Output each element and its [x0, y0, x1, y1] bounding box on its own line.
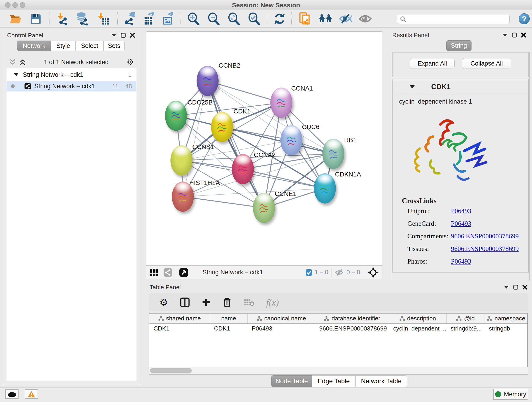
crosslink-link[interactable]: P06493: [451, 207, 471, 215]
close-panel-icon[interactable]: [130, 33, 135, 38]
grid-view-icon[interactable]: [150, 268, 158, 277]
network-edge[interactable]: [183, 197, 264, 208]
column-header-description[interactable]: description: [389, 313, 446, 323]
collapse-all-tree-icon[interactable]: [19, 59, 26, 65]
section-collapse-icon[interactable]: [409, 85, 415, 89]
network-node-ccne1[interactable]: [253, 193, 275, 223]
table-cell[interactable]: 9606.ENSP00000378699: [315, 324, 389, 333]
panel-menu-icon[interactable]: [111, 33, 117, 37]
column-header-name[interactable]: name: [210, 313, 247, 323]
expand-all-button[interactable]: Expand All: [410, 58, 455, 69]
network-row-selected[interactable]: String Network – cdk1 11 48: [7, 81, 136, 91]
network-node-cdc25b[interactable]: [165, 101, 187, 131]
control-tab-network[interactable]: Network: [17, 41, 51, 51]
close-panel-icon[interactable]: [522, 285, 527, 290]
open-file-icon[interactable]: [8, 12, 23, 26]
network-options-gear-icon[interactable]: ⚙: [127, 57, 134, 67]
network-edge[interactable]: [208, 81, 264, 208]
column-header-shared-name[interactable]: shared name: [149, 313, 210, 323]
cloud-automation-button[interactable]: [5, 389, 19, 399]
tree-expander-icon[interactable]: [14, 73, 19, 77]
control-tab-sets[interactable]: Sets: [104, 41, 125, 51]
export-network-icon[interactable]: [122, 12, 137, 26]
table-horizontal-scrollbar[interactable]: [149, 367, 528, 374]
network-edge[interactable]: [243, 169, 325, 188]
zoom-fit-icon[interactable]: [226, 12, 241, 26]
crosslink-link[interactable]: P06493: [451, 220, 471, 227]
network-node-rb1[interactable]: [322, 139, 344, 169]
tab-network-table[interactable]: Network Table: [355, 375, 407, 387]
table-cell[interactable]: stringdb:9...: [447, 324, 485, 333]
network-node-cdc6[interactable]: [280, 125, 302, 155]
copy-network-icon[interactable]: [298, 12, 312, 26]
help-icon[interactable]: ?: [519, 13, 530, 24]
zoom-in-icon[interactable]: [186, 12, 201, 26]
table-cell[interactable]: P06493: [248, 324, 315, 333]
network-node-cdkn1a[interactable]: [314, 173, 336, 204]
close-panel-icon[interactable]: [521, 32, 526, 38]
search-field[interactable]: [397, 14, 510, 24]
network-collection-row[interactable]: String Network – cdk1 1: [7, 70, 136, 80]
network-selection-status: 1 of 1 Network selected: [26, 59, 127, 66]
network-node-ccna2[interactable]: [232, 154, 254, 184]
import-table-icon[interactable]: [96, 12, 110, 26]
zoom-selected-icon[interactable]: [247, 12, 261, 26]
network-view-icon[interactable]: [163, 268, 172, 277]
control-tab-style[interactable]: Style: [51, 41, 76, 51]
panel-menu-icon[interactable]: [504, 285, 509, 289]
control-tab-select[interactable]: Select: [76, 41, 104, 51]
crosslink-link[interactable]: 9606.ENSP00000378699: [451, 245, 519, 253]
network-tree: String Network – cdk1 1 String Network –…: [7, 68, 136, 381]
detach-view-icon[interactable]: [179, 268, 188, 277]
memory-button[interactable]: Memory: [493, 389, 528, 400]
crosslink-link[interactable]: 9606.ENSP00000378699: [451, 232, 519, 240]
show-columns-icon[interactable]: [180, 298, 190, 307]
apply-layout-icon[interactable]: [272, 12, 287, 26]
hide-selected-icon[interactable]: [338, 12, 353, 26]
scrollbar-thumb[interactable]: [150, 368, 192, 373]
export-image-icon[interactable]: [161, 12, 176, 26]
column-header-canonical-name[interactable]: canonical name: [248, 313, 315, 323]
zoom-out-icon[interactable]: [206, 12, 221, 26]
tab-node-table[interactable]: Node Table: [271, 375, 312, 387]
float-panel-icon[interactable]: [121, 33, 126, 38]
collapse-all-button[interactable]: Collapse All: [462, 58, 511, 69]
network-node-ccna1[interactable]: [270, 88, 292, 118]
create-column-icon[interactable]: [202, 298, 211, 307]
warnings-button[interactable]: [25, 389, 38, 399]
tab-string[interactable]: String: [446, 40, 472, 51]
import-network-file-icon[interactable]: [55, 12, 70, 26]
column-header-namespace[interactable]: namespace: [485, 313, 527, 323]
table-cell[interactable]: CDK1: [149, 324, 210, 333]
table-cell[interactable]: cyclin–dependent ...: [389, 324, 446, 333]
selected-checkbox-icon[interactable]: [305, 269, 312, 276]
column-header--id[interactable]: @id: [447, 313, 485, 323]
network-node-ccnb2[interactable]: [196, 66, 219, 96]
save-session-icon[interactable]: [28, 12, 43, 26]
table-options-gear-icon[interactable]: ⚙: [159, 297, 168, 308]
hidden-node-edge-count: 0 – 0: [346, 269, 360, 276]
search-input[interactable]: [406, 16, 502, 22]
cdk1-section: CDK1 cyclin–dependent kinase 1 CrossLink…: [393, 79, 529, 273]
column-header-database-identifier[interactable]: database identifier: [315, 313, 389, 323]
show-selected-icon[interactable]: [358, 12, 373, 26]
tab-edge-table[interactable]: Edge Table: [312, 375, 355, 387]
table-cell[interactable]: stringdb: [485, 324, 527, 333]
show-all-networks-icon[interactable]: [318, 12, 333, 26]
network-node-cdk1[interactable]: [211, 112, 233, 142]
table-cell[interactable]: CDK1: [210, 324, 247, 333]
crosslink-link[interactable]: P06493: [451, 258, 471, 265]
delete-column-icon[interactable]: [223, 297, 231, 307]
network-node-ccnb1[interactable]: [171, 145, 192, 176]
import-network-database-icon[interactable]: [75, 12, 90, 26]
float-panel-icon[interactable]: [512, 32, 517, 38]
table-row[interactable]: CDK1CDK1P064939606.ENSP00000378699cyclin…: [149, 324, 527, 333]
export-table-icon[interactable]: [142, 12, 156, 26]
panel-menu-icon[interactable]: [502, 33, 508, 37]
table-type-tabs: Node TableEdge TableNetwork Table: [0, 375, 532, 387]
birdseye-navigator-icon[interactable]: [368, 267, 379, 278]
expand-all-tree-icon[interactable]: [9, 59, 16, 65]
network-view-canvas[interactable]: CCNB2CCNA1CDC25BCDK1CDC6RB1CCNB1CCNA2CDK…: [146, 32, 382, 265]
float-panel-icon[interactable]: [513, 285, 518, 290]
network-edge[interactable]: [208, 81, 281, 103]
